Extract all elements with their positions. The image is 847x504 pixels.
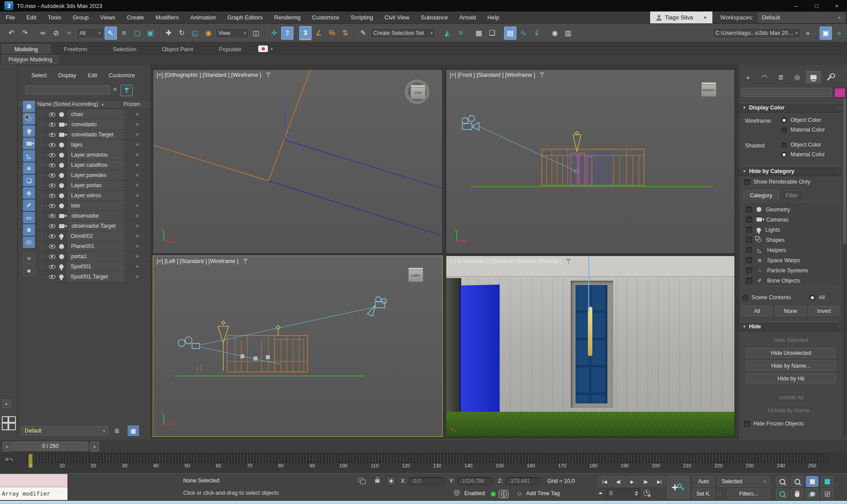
menu-scripting[interactable]: Scripting [345, 11, 379, 24]
window-crossing-button[interactable]: ▣ [144, 26, 157, 40]
explorer-menu-display[interactable]: Display [58, 72, 76, 79]
select-and-rotate-button[interactable]: ↻ [176, 26, 188, 40]
menu-graph-editors[interactable]: Graph Editors [222, 11, 268, 24]
scene-object-row[interactable]: porta1✻ [38, 252, 150, 262]
schematic-view-button[interactable]: ⇓ [531, 26, 543, 40]
viewcube[interactable]: LEFT [408, 269, 423, 282]
explorer-blank-tile[interactable]: ■ [23, 265, 35, 276]
selection-filter-dropdown[interactable]: All▾ [76, 28, 104, 38]
category-row-lights[interactable]: Lights [743, 225, 840, 235]
scene-contents-radio[interactable]: Scene Contents [742, 294, 791, 301]
hide-unselected-button[interactable]: Hide Unselected [746, 348, 836, 358]
display-bones-toggle[interactable]: ✐ [23, 199, 35, 211]
checkbox-icon[interactable] [746, 237, 752, 243]
unhide-all-button[interactable]: Unhide All [746, 392, 836, 402]
viewport-left[interactable]: [+] [Left ] [Standard ] [Wireframe ] LEF… [153, 256, 443, 437]
explorer-search-input[interactable] [25, 86, 110, 94]
track-bar-ruler[interactable] [26, 453, 829, 463]
eye-icon[interactable] [49, 194, 56, 198]
select-and-manipulate-button[interactable]: ✛ [268, 26, 280, 40]
viewport-camera-convidado[interactable]: x‸ [+] [convidado ] [Standard ] [Default… [446, 256, 735, 437]
category-row-particle-systems[interactable]: ∴Particle Systems [743, 265, 840, 275]
category-row-space-warps[interactable]: ≋Space Warps [743, 255, 840, 265]
checkbox-icon[interactable] [746, 247, 752, 253]
eye-icon[interactable] [49, 173, 56, 177]
next-frame-button[interactable]: |▶ [640, 476, 652, 487]
close-button[interactable]: × [827, 0, 847, 11]
menu-views[interactable]: Views [94, 11, 121, 24]
mini-curve-editor-icon[interactable]: ∿ [5, 456, 14, 463]
scene-object-row[interactable]: observador✻ [38, 211, 150, 221]
checkbox-icon[interactable] [746, 217, 752, 222]
previous-frame-slider-button[interactable]: < [3, 442, 11, 451]
select-and-scale-button[interactable]: ◱ [189, 26, 201, 40]
rendered-scene[interactable]: x‸ [446, 256, 734, 436]
align-button[interactable]: ≡ [455, 26, 467, 40]
hide-by-hit-button[interactable]: Hide by Hit [746, 373, 836, 384]
checkbox-icon[interactable] [746, 207, 752, 212]
menu-help[interactable]: Help [482, 11, 505, 24]
viewport-front[interactable]: [+] [Front ] [Standard ] [Wireframe ] FR… [446, 69, 735, 254]
object-name-field[interactable] [742, 88, 832, 97]
display-cameras-toggle[interactable] [23, 138, 35, 149]
scene-object-row[interactable]: Spot001.Target✻ [38, 272, 150, 282]
scene-object-row[interactable]: lajes✻ [38, 140, 150, 150]
frozen-toggle-icon[interactable]: ✻ [124, 163, 150, 167]
all-radio[interactable]: All [809, 294, 825, 301]
explorer-menu-select[interactable]: Select [31, 72, 47, 79]
menu-substance[interactable]: Substance [415, 11, 453, 24]
checkbox-icon[interactable] [746, 257, 752, 263]
checkbox-icon[interactable] [746, 278, 752, 283]
eye-icon[interactable] [49, 234, 56, 238]
spinner-snap-button[interactable]: ⇅ [339, 26, 351, 40]
frozen-toggle-icon[interactable]: ✻ [124, 214, 150, 218]
auto-key-button[interactable]: Auto [693, 476, 714, 487]
eye-icon[interactable] [49, 275, 56, 279]
undo-button[interactable]: ↶ [5, 26, 18, 40]
menu-animation[interactable]: Animation [184, 11, 222, 24]
zoom-region-button[interactable] [776, 489, 788, 499]
reference-coordinate-dropdown[interactable]: View▾ [215, 28, 249, 38]
clear-search-icon[interactable]: ✕ [113, 86, 117, 93]
ribbon-tab-object-paint[interactable]: Object Paint [150, 45, 206, 54]
zoom-extents-all-button[interactable] [821, 476, 833, 487]
scene-object-row[interactable]: Layer:vidros✻ [38, 191, 150, 201]
display-geometry-toggle[interactable] [23, 101, 35, 112]
signin-user-button[interactable]: Tiago Silva ▾ [650, 11, 712, 23]
maxscript-mini-listener[interactable]: Array modifier [0, 474, 68, 500]
scene-object-row[interactable]: Spot001✻ [38, 262, 150, 272]
eye-icon[interactable] [49, 123, 56, 127]
display-xrefs-toggle[interactable]: ▭ [23, 212, 35, 223]
menu-rendering[interactable]: Rendering [268, 11, 306, 24]
motion-tab[interactable]: ◎ [790, 71, 805, 83]
eye-icon[interactable] [49, 153, 56, 157]
percent-snap-button[interactable]: % [326, 26, 338, 40]
select-object-button[interactable]: ↖ [105, 26, 117, 40]
search-filter-button[interactable] [120, 85, 133, 96]
viewport-label[interactable]: [+] [Front ] [Standard ] [Wireframe ] [450, 72, 535, 78]
render-flyout-button[interactable]: » [833, 26, 845, 40]
toolbar-overflow-button[interactable]: » [802, 26, 814, 40]
toggle-layer-explorer-button[interactable]: ❏ [486, 26, 498, 40]
checkbox-icon[interactable] [746, 227, 752, 233]
scene-object-row[interactable]: Layer:armários✻ [38, 150, 150, 160]
zoom-extents-button[interactable] [806, 476, 818, 487]
frozen-toggle-icon[interactable]: ✻ [124, 234, 150, 238]
hierarchy-tab[interactable]: ≣ [773, 71, 788, 83]
scene-object-row[interactable]: Omni002✻ [38, 231, 150, 241]
frozen-toggle-icon[interactable]: ✻ [124, 193, 150, 198]
checkbox-icon[interactable] [746, 267, 752, 273]
previous-frame-button[interactable]: ◀| [612, 476, 625, 487]
menu-modifiers[interactable]: Modifiers [150, 11, 184, 24]
notification-badge[interactable]: 1 [499, 490, 508, 498]
chevron-down-icon[interactable]: ▾ [271, 47, 273, 51]
menu-civil-view[interactable]: Civil View [379, 11, 415, 24]
ribbon-tab-freeform[interactable]: Freeform [52, 45, 100, 54]
pan-button[interactable] [791, 489, 803, 499]
eye-icon[interactable] [49, 224, 56, 228]
populate-media-icon[interactable] [258, 45, 268, 52]
use-pivot-point-button[interactable]: ◫ [250, 26, 262, 40]
zoom-all-button[interactable] [791, 476, 803, 487]
named-selection-sets-dropdown[interactable]: Create Selection Set▾ [370, 28, 436, 38]
menu-group[interactable]: Group [67, 11, 94, 24]
